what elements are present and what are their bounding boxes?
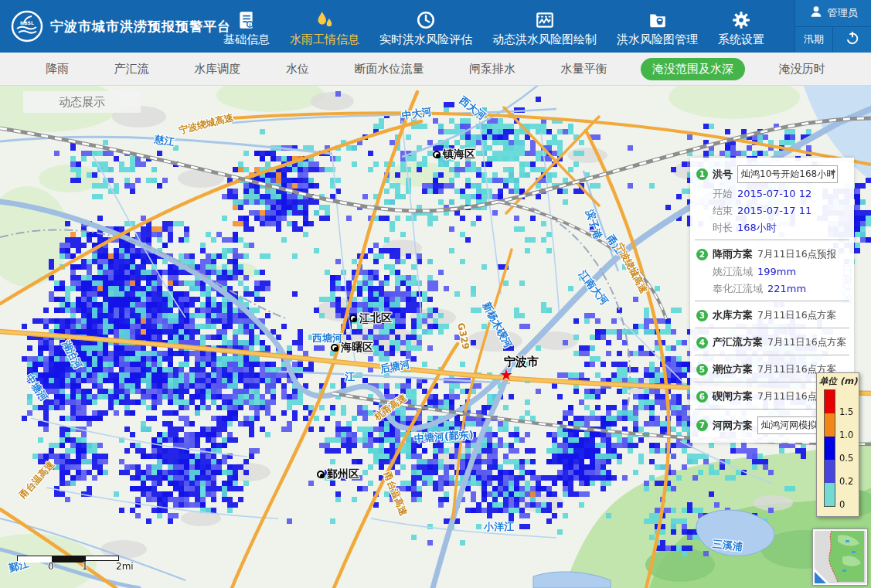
tab-5[interactable]: 闸泵排水	[458, 58, 527, 80]
panel-row: 开始2015-07-10 12	[690, 185, 854, 202]
app-logo-icon: NBSL	[11, 10, 43, 42]
power-button[interactable]	[833, 27, 871, 53]
folder-lock-icon	[648, 8, 668, 30]
panel-row: 结束2015-07-17 11	[690, 202, 854, 219]
dynamic-display-button[interactable]: 动态展示	[23, 91, 141, 113]
section-title: 产汇流方案	[713, 335, 763, 349]
nav-label: 基础信息	[223, 32, 270, 47]
legend-title: 单位 (m)	[819, 376, 856, 387]
panel-divider	[695, 240, 849, 240]
panel-section-2: 2降雨方案7月11日16点预报	[690, 243, 854, 263]
clock-icon	[416, 8, 436, 30]
legend-tick: 0.2	[839, 476, 853, 487]
nav-item-5[interactable]: 系统设置	[708, 8, 774, 47]
section-number-badge: 6	[696, 391, 708, 403]
app-header: NBSL 宁波市城市洪涝预报预警平台 i基础信息水雨工情信息实时洪水风险评估动态…	[0, 0, 871, 53]
tab-8[interactable]: 淹没历时	[767, 58, 837, 80]
legend-colorbar: 1.51.00.50.20	[819, 389, 856, 512]
scalebar-label: 2mi	[116, 561, 134, 572]
panel-divider	[695, 355, 849, 355]
section-title: 碶闸方案	[713, 389, 753, 403]
panel-divider	[695, 301, 849, 301]
section-desc: 7月11日16点方案	[767, 336, 846, 349]
nav-item-1[interactable]: 水雨工情信息	[280, 8, 369, 47]
map-scalebar: 012mi	[17, 556, 125, 572]
tab-6[interactable]: 水量平衡	[549, 58, 619, 80]
dynamic-chart-icon	[535, 8, 555, 30]
scalebar-bar	[17, 556, 119, 561]
nav-label: 实时洪水风险评估	[379, 32, 472, 47]
nav-label: 系统设置	[718, 32, 764, 47]
legend-tick: 0	[839, 499, 845, 510]
water-drops-icon	[315, 8, 335, 30]
section-number-badge: 1	[696, 168, 708, 180]
user-name: 管理员	[828, 6, 858, 20]
legend-segment	[825, 413, 835, 437]
section-title: 洪号	[713, 168, 733, 182]
app-title: 宁波市城市洪涝预报预警平台	[50, 18, 231, 36]
legend-segment	[825, 460, 835, 483]
section-number-badge: 3	[696, 310, 708, 321]
panel-divider	[695, 328, 849, 328]
section-number-badge: 4	[696, 337, 708, 348]
section-number-badge: 7	[696, 420, 708, 431]
section-desc: 7月11日16点预报	[757, 248, 836, 261]
scalebar-label: 1	[82, 561, 88, 572]
overview-toggle-icon[interactable]	[815, 572, 826, 583]
scalebar-labels: 012mi	[17, 561, 125, 572]
tab-7[interactable]: 淹没范围及水深	[641, 58, 745, 80]
tab-2[interactable]: 水库调度	[182, 58, 252, 80]
flood-season-button[interactable]: 汛期	[795, 27, 833, 53]
legend-tick: 0.5	[839, 453, 853, 464]
panel-row: 姚江流域199mm	[690, 263, 854, 280]
tab-1[interactable]: 产汇流	[103, 58, 161, 80]
sub-tabbar: 降雨产汇流水库调度水位断面水位流量闸泵排水水量平衡淹没范围及水深淹没历时	[0, 53, 871, 86]
section-select[interactable]: 灿鸿10号开始168小时▼	[737, 165, 838, 183]
nav-item-2[interactable]: 实时洪水风险评估	[369, 8, 482, 47]
brand: NBSL 宁波市城市洪涝预报预警平台	[0, 0, 213, 53]
legend-tick: 1.5	[839, 406, 853, 417]
nav-item-3[interactable]: 动态洪水风险图绘制	[482, 8, 607, 47]
depth-legend: 单位 (m) 1.51.00.50.20	[816, 372, 859, 517]
map-viewport[interactable]: 镇海区江北区海曙区鄞州区宁波市★中大河西大河慈江滨子港甬江江南大河江南大河新杨木…	[0, 86, 871, 588]
chevron-down-icon: ▼	[831, 169, 835, 176]
panel-section-4: 4产汇流方案7月11日16点方案	[690, 331, 854, 352]
section-title: 潮位方案	[713, 362, 753, 376]
overview-map[interactable]	[813, 529, 867, 585]
svg-text:i: i	[249, 22, 250, 27]
tab-0[interactable]: 降雨	[34, 58, 80, 80]
nav-label: 洪水风险图管理	[617, 32, 698, 47]
legend-bar	[824, 389, 835, 507]
legend-segment	[825, 483, 835, 506]
panel-section-1: 1洪号灿鸿10号开始168小时▼	[690, 161, 854, 185]
section-desc: 7月11日16点方案	[757, 309, 836, 322]
power-icon	[845, 30, 860, 49]
nav-item-0[interactable]: i基础信息	[213, 8, 280, 47]
tab-4[interactable]: 断面水位流量	[342, 58, 435, 80]
main-nav: i基础信息水雨工情信息实时洪水风险评估动态洪水风险图绘制洪水风险图管理系统设置	[213, 0, 794, 53]
section-title: 河网方案	[713, 419, 753, 433]
legend-segment	[825, 390, 835, 413]
nav-label: 动态洪水风险图绘制	[492, 32, 597, 47]
tab-3[interactable]: 水位	[274, 58, 321, 80]
user-icon	[809, 5, 823, 21]
svg-text:NBSL: NBSL	[20, 20, 34, 25]
gear-icon	[731, 8, 751, 30]
scalebar-label: 0	[48, 561, 54, 572]
section-number-badge: 5	[696, 364, 708, 376]
panel-row: 奉化江流域221mm	[690, 280, 854, 297]
flood-platform-app: NBSL 宁波市城市洪涝预报预警平台 i基础信息水雨工情信息实时洪水风险评估动态…	[0, 0, 871, 588]
user-menu[interactable]: 管理员	[795, 0, 871, 27]
section-title: 水库方案	[713, 308, 753, 322]
section-number-badge: 2	[696, 249, 708, 260]
nav-label: 水雨工情信息	[290, 32, 359, 47]
legend-tick: 1.0	[839, 430, 853, 440]
nav-item-4[interactable]: 洪水风险图管理	[607, 8, 708, 47]
panel-row: 时长168小时	[690, 219, 854, 236]
doc-info-icon: i	[236, 8, 257, 30]
user-box: 管理员 汛期	[794, 0, 871, 53]
legend-segment	[825, 437, 835, 460]
panel-section-3: 3水库方案7月11日16点方案	[690, 304, 854, 325]
section-title: 降雨方案	[713, 247, 753, 261]
